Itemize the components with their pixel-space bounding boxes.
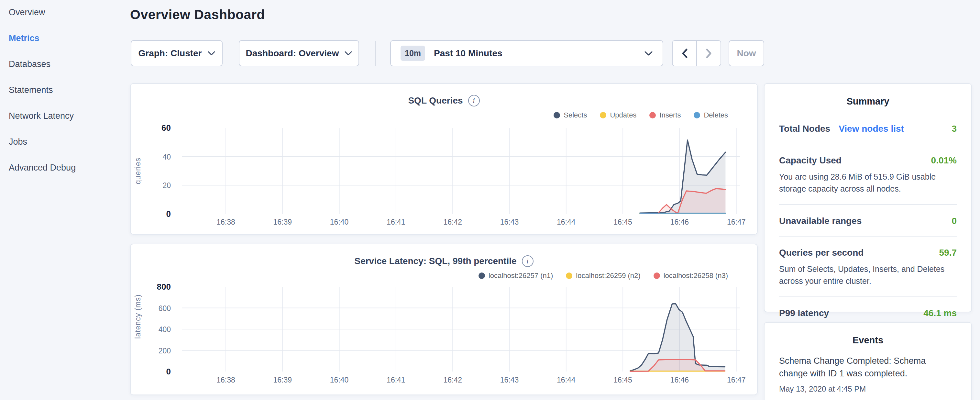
summary-row-total-nodes: Total Nodes View nodes list 3	[779, 113, 957, 144]
sidebar-item-databases[interactable]: Databases	[9, 58, 51, 70]
svg-text:queries: queries	[134, 158, 142, 184]
svg-text:0: 0	[166, 209, 171, 219]
svg-text:16:42: 16:42	[443, 376, 462, 384]
chevron-down-icon	[644, 51, 653, 56]
summary-title: Summary	[765, 84, 971, 107]
svg-text:latency (ms): latency (ms)	[134, 294, 142, 338]
svg-text:16:44: 16:44	[557, 376, 576, 384]
sidebar-item-jobs[interactable]: Jobs	[9, 135, 27, 148]
sidebar-item-metrics[interactable]: Metrics	[9, 32, 40, 44]
svg-text:16:40: 16:40	[330, 218, 349, 226]
chevron-down-icon	[208, 51, 215, 56]
svg-text:16:40: 16:40	[330, 376, 349, 384]
graph-dropdown-label: Graph: Cluster	[138, 48, 202, 59]
sidebar: Overview Metrics Databases Statements Ne…	[0, 0, 130, 400]
svg-text:16:43: 16:43	[500, 376, 519, 384]
svg-text:16:41: 16:41	[387, 218, 406, 226]
sidebar-item-statements[interactable]: Statements	[9, 84, 53, 96]
svg-text:16:43: 16:43	[500, 218, 519, 226]
sidebar-item-network-latency[interactable]: Network Latency	[9, 110, 74, 122]
svg-text:16:47: 16:47	[727, 376, 746, 384]
unavailable-ranges-label: Unavailable ranges	[779, 216, 862, 226]
svg-text:200: 200	[159, 347, 171, 355]
now-button[interactable]: Now	[729, 40, 764, 66]
svg-text:16:38: 16:38	[216, 218, 235, 226]
events-title: Events	[765, 323, 971, 346]
time-step-buttons	[672, 40, 721, 66]
svg-text:600: 600	[159, 304, 171, 312]
p99-latency-label: P99 latency	[779, 308, 829, 319]
previous-timeframe-button[interactable]	[673, 41, 696, 66]
sidebar-item-overview[interactable]: Overview	[9, 6, 45, 18]
capacity-used-value: 0.01%	[931, 155, 957, 166]
svg-text:20: 20	[162, 181, 171, 190]
graph-dropdown[interactable]: Graph: Cluster	[131, 40, 223, 66]
capacity-used-description: You are using 28.6 MiB of 515.9 GiB usab…	[779, 171, 957, 194]
sql-queries-chart-card: SQL Queries i SelectsUpdatesInsertsDelet…	[130, 83, 758, 234]
summary-row-capacity: Capacity Used 0.01% You are using 28.6 M…	[779, 144, 957, 205]
svg-text:16:46: 16:46	[670, 218, 689, 226]
qps-label: Queries per second	[779, 247, 864, 258]
next-timeframe-button[interactable]	[696, 41, 721, 66]
svg-text:16:45: 16:45	[613, 376, 632, 384]
sidebar-item-advanced-debug[interactable]: Advanced Debug	[9, 161, 76, 174]
dashboard-dropdown[interactable]: Dashboard: Overview	[239, 40, 359, 66]
page-title: Overview Dashboard	[130, 7, 265, 22]
svg-text:0: 0	[166, 367, 171, 376]
service-latency-chart[interactable]: 16:3816:3916:4016:4116:4216:4316:4416:45…	[131, 244, 758, 396]
svg-text:16:44: 16:44	[557, 218, 576, 226]
toolbar-divider	[375, 41, 375, 66]
svg-text:400: 400	[159, 325, 171, 334]
time-range-badge: 10m	[401, 46, 425, 61]
svg-text:40: 40	[162, 153, 171, 161]
event-timestamp: May 13, 2020 at 4:45 PM	[779, 384, 957, 394]
dashboard-dropdown-label: Dashboard: Overview	[246, 48, 339, 59]
events-panel: Events Schema Change Completed: Schema c…	[764, 322, 972, 400]
event-message: Schema Change Completed: Schema change w…	[779, 355, 957, 380]
capacity-used-label: Capacity Used	[779, 155, 842, 166]
time-range-label: Past 10 Minutes	[434, 48, 503, 59]
time-range-selector[interactable]: 10m Past 10 Minutes	[390, 40, 663, 66]
total-nodes-value: 3	[951, 124, 957, 134]
event-list-item[interactable]: Schema Change Completed: Schema change w…	[779, 355, 957, 394]
svg-text:16:47: 16:47	[727, 218, 746, 226]
qps-description: Sum of Selects, Updates, Inserts, and De…	[779, 263, 957, 287]
summary-row-qps: Queries per second 59.7 Sum of Selects, …	[779, 237, 957, 297]
svg-text:16:42: 16:42	[443, 218, 462, 226]
service-latency-chart-card: Service Latency: SQL, 99th percentile i …	[130, 244, 758, 395]
svg-text:16:45: 16:45	[613, 218, 632, 226]
svg-text:16:39: 16:39	[274, 376, 292, 384]
sql-queries-chart[interactable]: 16:3816:3916:4016:4116:4216:4316:4416:45…	[131, 84, 758, 235]
svg-text:16:39: 16:39	[274, 218, 292, 226]
svg-text:800: 800	[157, 282, 171, 292]
svg-text:16:38: 16:38	[216, 376, 235, 384]
summary-panel: Summary Total Nodes View nodes list 3 Ca…	[764, 83, 972, 312]
svg-text:16:46: 16:46	[670, 376, 689, 384]
chevron-down-icon	[345, 51, 352, 56]
summary-row-unavailable-ranges: Unavailable ranges 0	[779, 205, 957, 237]
total-nodes-label: Total Nodes	[779, 124, 830, 134]
svg-text:60: 60	[161, 123, 171, 133]
view-nodes-list-link[interactable]: View nodes list	[838, 124, 904, 134]
p99-latency-value: 46.1 ms	[923, 308, 957, 319]
unavailable-ranges-value: 0	[951, 216, 957, 226]
svg-text:16:41: 16:41	[387, 376, 406, 384]
qps-value: 59.7	[939, 247, 957, 258]
